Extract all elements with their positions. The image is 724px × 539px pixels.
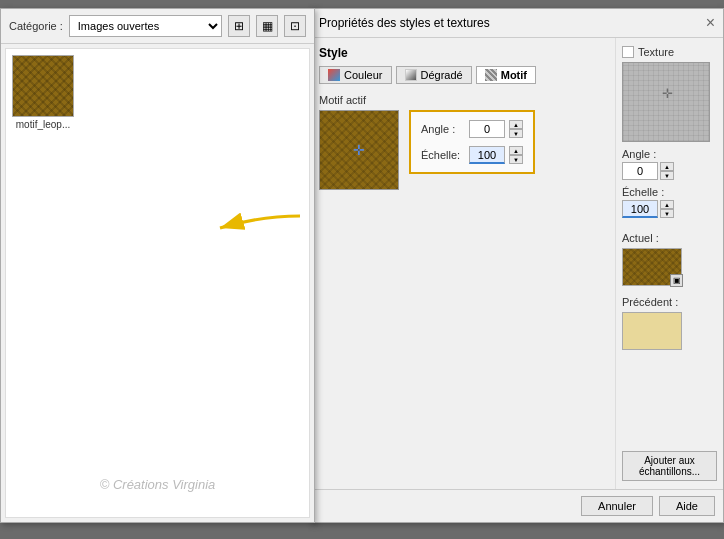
texture-preview: ✛: [622, 62, 710, 142]
save-icon[interactable]: ▣: [670, 274, 683, 287]
tab-motif[interactable]: Motif: [476, 66, 536, 84]
actuel-swatch-container: ▣: [622, 248, 682, 286]
close-icon[interactable]: ×: [706, 14, 715, 32]
dialog-left-content: Style Couleur Dégradé Motif Motif actif: [311, 38, 615, 489]
grid-large-button[interactable]: ⊡: [284, 15, 306, 37]
left-panel: Catégorie : Images ouvertes Toutes Motif…: [0, 8, 315, 523]
thumb-name-leopard: motif_leop...: [16, 119, 70, 130]
texture-echelle-spin-down[interactable]: ▼: [660, 209, 674, 218]
texture-angle-label: Angle :: [622, 148, 717, 160]
angle-spin-up[interactable]: ▲: [509, 120, 523, 129]
echelle-label: Échelle:: [421, 149, 465, 161]
style-section-label: Style: [319, 46, 607, 60]
angle-input[interactable]: [469, 120, 505, 138]
grid-medium-button[interactable]: ▦: [256, 15, 278, 37]
texture-echelle-input[interactable]: [622, 200, 658, 218]
texture-angle-spinner: ▲ ▼: [660, 162, 674, 180]
active-motif-preview: ✛: [319, 110, 399, 190]
texture-header: Texture: [622, 46, 717, 58]
texture-echelle-row: ▲ ▼: [622, 200, 717, 218]
title-bar: Propriétés des styles et textures ×: [311, 9, 723, 38]
angle-spin-down[interactable]: ▼: [509, 129, 523, 138]
angle-spinner: ▲ ▼: [509, 120, 523, 138]
motif-icon: [485, 69, 497, 81]
thumbnail-grid: motif_leop...: [5, 48, 310, 518]
texture-crosshair-icon: ✛: [662, 85, 673, 100]
motif-actif-label: Motif actif: [319, 94, 607, 106]
precedent-label: Précédent :: [622, 296, 717, 308]
angle-row: Angle : ▲ ▼: [421, 120, 523, 138]
tab-degrade[interactable]: Dégradé: [396, 66, 472, 84]
tab-couleur[interactable]: Couleur: [319, 66, 392, 84]
aide-button[interactable]: Aide: [659, 496, 715, 516]
params-box: Angle : ▲ ▼ Échelle: ▲ ▼: [409, 110, 535, 174]
echelle-spin-down[interactable]: ▼: [509, 155, 523, 164]
right-panel: Texture ✛ Angle : ▲ ▼ Échelle : ▲ ▼: [615, 38, 723, 489]
crosshair-icon: ✛: [353, 142, 365, 158]
texture-label: Texture: [638, 46, 674, 58]
dialog-bottom-bar: Annuler Aide: [311, 489, 723, 522]
degrade-icon: [405, 69, 417, 81]
texture-angle-input[interactable]: [622, 162, 658, 180]
grid-small-button[interactable]: ⊞: [228, 15, 250, 37]
texture-angle-row: ▲ ▼: [622, 162, 717, 180]
echelle-spin-up[interactable]: ▲: [509, 146, 523, 155]
texture-angle-spin-down[interactable]: ▼: [660, 171, 674, 180]
echelle-input[interactable]: [469, 146, 505, 164]
precedent-swatch: [622, 312, 682, 350]
echelle-row: Échelle: ▲ ▼: [421, 146, 523, 164]
category-select[interactable]: Images ouvertes Toutes Motifs: [69, 15, 222, 37]
tab-degrade-label: Dégradé: [421, 69, 463, 81]
texture-checkbox[interactable]: [622, 46, 634, 58]
texture-echelle-spin-up[interactable]: ▲: [660, 200, 674, 209]
title-bar-text: Propriétés des styles et textures: [319, 16, 490, 30]
tab-motif-label: Motif: [501, 69, 527, 81]
texture-angle-spin-up[interactable]: ▲: [660, 162, 674, 171]
dialog-window: Propriétés des styles et textures × Styl…: [310, 8, 724, 523]
couleur-icon: [328, 69, 340, 81]
texture-echelle-spinner: ▲ ▼: [660, 200, 674, 218]
echelle-spinner: ▲ ▼: [509, 146, 523, 164]
annuler-button[interactable]: Annuler: [581, 496, 653, 516]
thumb-item-leopard[interactable]: motif_leop...: [10, 53, 76, 132]
add-echantillons-button[interactable]: Ajouter aux échantillons...: [622, 451, 717, 481]
actuel-label: Actuel :: [622, 232, 717, 244]
tabs-row: Couleur Dégradé Motif: [319, 66, 607, 84]
texture-echelle-label: Échelle :: [622, 186, 717, 198]
motif-active-area: ✛ Angle : ▲ ▼ Échelle:: [319, 110, 607, 190]
thumb-image-leopard: [12, 55, 74, 117]
category-label: Catégorie :: [9, 20, 63, 32]
category-bar: Catégorie : Images ouvertes Toutes Motif…: [1, 9, 314, 44]
angle-label: Angle :: [421, 123, 465, 135]
tab-couleur-label: Couleur: [344, 69, 383, 81]
